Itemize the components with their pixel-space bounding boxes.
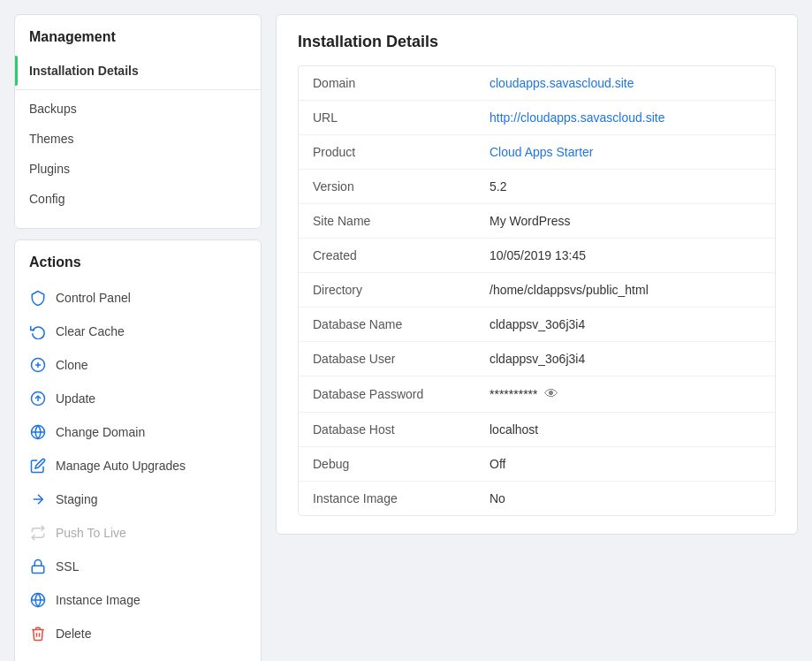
pencil-icon: [29, 457, 47, 475]
detail-label: Instance Image: [313, 491, 489, 505]
action-label-staging: Staging: [56, 492, 97, 506]
detail-label: Created: [313, 248, 489, 262]
staging-icon: [29, 490, 47, 508]
detail-row: Database Usercldappsv_3o6j3i4: [299, 342, 775, 376]
plus-circle-icon: [29, 356, 47, 374]
password-value: **********: [489, 387, 537, 401]
detail-label: Debug: [313, 457, 489, 471]
arrow-up-icon: [29, 390, 47, 407]
sidebar-item-installation-details[interactable]: Installation Details: [15, 56, 261, 86]
management-card: Management Installation DetailsBackupsTh…: [14, 14, 262, 229]
actions-title: Actions: [15, 255, 261, 281]
detail-label: Database Host: [313, 422, 489, 437]
action-label-push-to-live: Push To Live: [56, 526, 126, 540]
detail-row: DebugOff: [299, 447, 775, 482]
detail-value: 5.2: [489, 179, 506, 194]
action-label-clear-cache: Clear Cache: [56, 324, 125, 338]
management-title: Management: [15, 29, 261, 56]
detail-label: Domain: [313, 76, 489, 90]
detail-row: Site NameMy WordPress: [299, 204, 775, 239]
action-label-ssl: SSL: [56, 559, 79, 574]
lock-icon: [29, 558, 47, 575]
detail-value: /home/cldappsvs/public_html: [489, 283, 649, 297]
detail-value: Off: [489, 457, 505, 471]
action-staging[interactable]: Staging: [15, 482, 261, 516]
detail-value[interactable]: http://cloudapps.savascloud.site: [489, 110, 664, 125]
detail-value: cldappsv_3o6j3i4: [489, 352, 585, 366]
action-instance-image[interactable]: Instance Image: [15, 583, 261, 617]
action-update[interactable]: Update: [15, 382, 261, 415]
action-delete[interactable]: Delete: [15, 617, 261, 650]
detail-label: Directory: [313, 283, 489, 297]
action-ssl[interactable]: SSL: [15, 550, 261, 583]
detail-row: Instance ImageNo: [299, 482, 775, 515]
action-change-domain[interactable]: Change Domain: [15, 415, 261, 449]
detail-label: Database User: [313, 352, 489, 366]
detail-row: ProductCloud Apps Starter: [299, 135, 775, 170]
sidebar-item-plugins[interactable]: Plugins: [15, 154, 261, 184]
eye-icon[interactable]: 👁: [544, 386, 558, 402]
sidebar-item-themes[interactable]: Themes: [15, 124, 261, 154]
detail-label: Product: [313, 145, 489, 159]
image-icon: [29, 591, 47, 609]
detail-row: Domaincloudapps.savascloud.site: [299, 66, 775, 101]
shield-icon: [29, 289, 47, 307]
action-label-manage-auto-upgrades: Manage Auto Upgrades: [56, 459, 186, 473]
sidebar: Management Installation DetailsBackupsTh…: [14, 14, 262, 661]
svg-rect-8: [32, 566, 44, 573]
detail-row: Created10/05/2019 13:45: [299, 239, 775, 273]
detail-label: URL: [313, 110, 489, 125]
action-label-delete: Delete: [56, 627, 91, 641]
detail-row: Directory/home/cldappsvs/public_html: [299, 273, 775, 308]
action-clone[interactable]: Clone: [15, 348, 261, 382]
action-label-control-panel: Control Panel: [56, 291, 131, 305]
action-label-instance-image: Instance Image: [56, 593, 140, 607]
detail-value: My WordPress: [489, 214, 571, 228]
detail-row: Database Password**********👁: [299, 376, 775, 413]
nav-list: Installation DetailsBackupsThemesPlugins…: [15, 56, 261, 214]
detail-value: No: [489, 491, 505, 505]
action-label-update: Update: [56, 391, 95, 406]
globe-icon: [29, 423, 47, 441]
actions-list: Control PanelClear CacheCloneUpdateChang…: [15, 281, 261, 650]
action-control-panel[interactable]: Control Panel: [15, 281, 261, 315]
password-row: **********👁: [489, 386, 558, 402]
details-card: Installation Details Domaincloudapps.sav…: [276, 14, 798, 535]
detail-value: **********👁: [489, 386, 558, 402]
detail-row: Version5.2: [299, 170, 775, 204]
action-clear-cache[interactable]: Clear Cache: [15, 315, 261, 348]
detail-value: localhost: [489, 422, 538, 437]
action-manage-auto-upgrades[interactable]: Manage Auto Upgrades: [15, 449, 261, 482]
actions-card: Actions Control PanelClear CacheCloneUpd…: [14, 239, 262, 661]
detail-label: Site Name: [313, 214, 489, 228]
detail-label: Version: [313, 179, 489, 194]
detail-value[interactable]: Cloud Apps Starter: [489, 145, 594, 159]
detail-row: URLhttp://cloudapps.savascloud.site: [299, 101, 775, 135]
details-table: Domaincloudapps.savascloud.siteURLhttp:/…: [298, 65, 776, 516]
detail-value: cldappsv_3o6j3i4: [489, 317, 585, 331]
detail-value: 10/05/2019 13:45: [489, 248, 586, 262]
detail-row: Database Hostlocalhost: [299, 413, 775, 447]
action-label-change-domain: Change Domain: [56, 425, 145, 439]
action-push-to-live: Push To Live: [15, 516, 261, 550]
refresh-icon: [29, 323, 47, 340]
push-icon: [29, 524, 47, 542]
detail-value[interactable]: cloudapps.savascloud.site: [489, 76, 634, 90]
page-title: Installation Details: [298, 33, 776, 51]
detail-row: Database Namecldappsv_3o6j3i4: [299, 308, 775, 342]
trash-icon: [29, 625, 47, 642]
sidebar-item-backups[interactable]: Backups: [15, 94, 261, 124]
main-content: Installation Details Domaincloudapps.sav…: [276, 14, 798, 661]
detail-label: Database Password: [313, 387, 489, 401]
action-label-clone: Clone: [56, 358, 88, 372]
sidebar-item-config[interactable]: Config: [15, 184, 261, 214]
detail-label: Database Name: [313, 317, 489, 331]
